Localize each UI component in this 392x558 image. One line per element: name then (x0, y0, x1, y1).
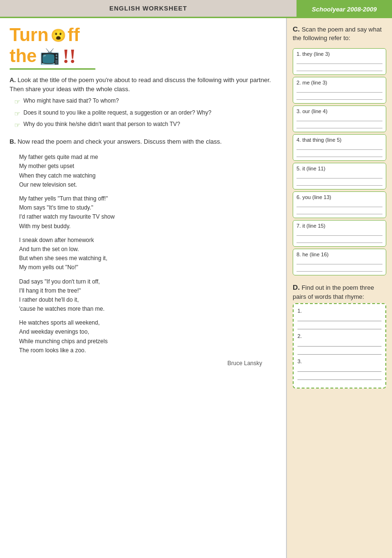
section-a-description: Look at the title of the poem you're abo… (10, 76, 271, 93)
poem-line-1-1: My father gets quite mad at me (19, 153, 276, 162)
rhyme-label-3: 3. (297, 358, 381, 364)
c-item-label-7: 7. it (line 15) (297, 223, 382, 229)
title-the: the (10, 46, 37, 66)
bullet-icon-1: ☞ (14, 97, 21, 107)
poem-line-2-3: I'd rather watch my favourite TV show (19, 212, 276, 221)
poem-stanza-5: He watches sports all weekend, And weekd… (19, 318, 276, 355)
poem-line-1-4: Our new television set. (19, 180, 276, 190)
rhyme-item-1: 1. (297, 308, 381, 329)
poem-line-4-2: I'll hang it from the tree!" (19, 286, 276, 295)
worksheet-title: ENGLISH WORKSHEET (109, 5, 187, 12)
c-item-1: 1. they (line 3) (293, 48, 386, 75)
c-item-line-4b (297, 151, 382, 157)
c-item-line-8a (297, 259, 382, 264)
left-panel: Turn 😮 ff the 📺 !! A. Look at the title … (0, 18, 287, 558)
c-item-line-3b (297, 123, 382, 128)
poem-stanza-1: My father gets quite mad at me My mother… (19, 153, 276, 190)
rhyme-item-2: 2. (297, 333, 381, 355)
rhyme-line-3b (297, 373, 381, 380)
poem-line-3-3: But when she sees me watching it, (19, 254, 276, 263)
section-a-text: A. Look at the title of the poem you're … (10, 75, 276, 94)
poem-line-3-2: And turn the set on low. (19, 245, 276, 254)
c-item-line-2a (297, 87, 382, 93)
title-off: ff (68, 25, 80, 45)
section-d-label: D. (293, 283, 300, 291)
poem-line-5-1: He watches sports all weekend, (19, 318, 276, 327)
c-item-line-6b (297, 209, 382, 214)
poem-line-4-3: I rather doubt he'll do it, (19, 295, 276, 305)
rhyme-line-1b (297, 323, 381, 329)
title-turn: Turn (10, 25, 49, 45)
rhyme-line-2b (297, 348, 381, 355)
poem-line-4-1: Dad says "If you don't turn it off, (19, 277, 276, 286)
c-item-label-3: 3. our (line 4) (297, 108, 382, 114)
c-item-line-8b (297, 266, 382, 272)
poem-line-1-2: My mother gets upset (19, 162, 276, 171)
poem-stanza-4: Dad says "If you don't turn it off, I'll… (19, 277, 276, 314)
bullet-text-1: Who might have said that? To whom? (23, 97, 119, 105)
c-item-label-2: 2. me (line 3) (297, 80, 382, 85)
header-left: ENGLISH WORKSHEET (0, 0, 297, 18)
bullet-text-2: Does it sound to you like a polite reque… (23, 109, 212, 117)
poem-line-3-1: I sneak down after homework (19, 236, 276, 245)
section-a: A. Look at the title of the poem you're … (10, 75, 276, 130)
title-exclaim: !! (63, 45, 76, 67)
poem-line-5-4: The room looks like a zoo. (19, 346, 276, 355)
section-c-description: Scan the poem and say what the following… (293, 26, 381, 42)
bullet-item-1: ☞ Who might have said that? To whom? (14, 97, 276, 107)
section-c-title: C. Scan the poem and say what the follow… (293, 24, 386, 42)
rhyme-line-2a (297, 340, 381, 347)
c-item-3: 3. our (line 4) (293, 105, 386, 132)
c-item-line-2b (297, 94, 382, 100)
section-b: B. Now read the poem and check your answ… (10, 137, 276, 147)
c-item-label-6: 6. you (line 13) (297, 194, 382, 200)
section-c-items: 1. they (line 3) 2. me (line 3) 3. our (… (293, 48, 386, 275)
poem: My father gets quite mad at me My mother… (19, 153, 276, 367)
section-a-bullets: ☞ Who might have said that? To whom? ☞ D… (14, 97, 276, 130)
title-underline (10, 68, 95, 70)
title-emoji: 😮 (51, 29, 66, 42)
c-item-2: 2. me (line 3) (293, 77, 386, 104)
c-item-label-4: 4. that thing (line 5) (297, 137, 382, 143)
rhyme-item-3: 3. (297, 358, 381, 380)
rhyme-label-2: 2. (297, 333, 381, 339)
c-item-line-7a (297, 230, 382, 236)
poem-line-5-2: And weekday evenings too, (19, 327, 276, 337)
poem-line-3-4: My mom yells out "No!" (19, 263, 276, 272)
bullet-icon-2: ☞ (14, 109, 21, 119)
bullet-item-2: ☞ Does it sound to you like a polite req… (14, 109, 276, 119)
c-item-line-6a (297, 201, 382, 207)
title-line2: the 📺 !! (10, 45, 276, 67)
poem-line-5-3: While munching chips and pretzels (19, 337, 276, 346)
c-item-6: 6. you (line 13) (293, 191, 386, 218)
school-year: Schoolyear 2008-2009 (312, 6, 377, 13)
section-d-description: Find out in the poem three pairs of word… (293, 284, 374, 300)
title-line1: Turn 😮 ff (10, 25, 276, 45)
poem-line-2-1: My father yells "Turn that thing off!" (19, 194, 276, 203)
poem-line-1-3: When they catch me watching (19, 171, 276, 180)
c-item-4: 4. that thing (line 5) (293, 134, 386, 161)
section-a-label: A. (10, 76, 16, 84)
right-panel: C. Scan the poem and say what the follow… (287, 18, 392, 558)
bullet-item-3: ☞ Why do you think he/she didn't want th… (14, 120, 276, 130)
c-item-line-3a (297, 116, 382, 121)
section-b-text: B. Now read the poem and check your answ… (10, 137, 276, 147)
c-item-line-4a (297, 144, 382, 150)
c-item-7: 7. it (line 15) (293, 220, 386, 247)
bullet-text-3: Why do you think he/she didn't want that… (23, 120, 180, 128)
bullet-icon-3: ☞ (14, 121, 21, 130)
section-d: D. Find out in the poem three pairs of w… (293, 282, 386, 388)
rhyme-label-1: 1. (297, 308, 381, 314)
section-b-description: Now read the poem and check your answers… (18, 138, 222, 145)
section-d-box: 1. 2. 3. (293, 303, 386, 389)
rhyme-line-3a (297, 365, 381, 372)
tv-icon: 📺 (40, 47, 60, 65)
section-d-title: D. Find out in the poem three pairs of w… (293, 282, 386, 301)
c-item-label-8: 8. he (line 16) (297, 252, 382, 257)
header-right: Schoolyear 2008-2009 (297, 0, 392, 18)
c-item-8: 8. he (line 16) (293, 249, 386, 275)
poem-line-4-4: 'cause he watches more than me. (19, 305, 276, 314)
c-item-line-5b (297, 180, 382, 186)
c-item-5: 5. it (line 11) (293, 163, 386, 190)
poem-line-2-4: With my best buddy. (19, 222, 276, 231)
